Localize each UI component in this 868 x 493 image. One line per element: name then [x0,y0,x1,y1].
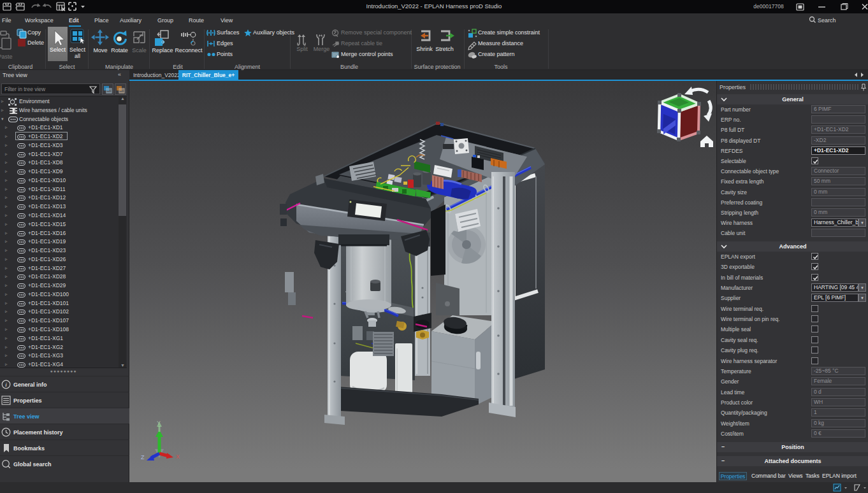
svg-text:i: i [5,382,7,388]
svg-text:Y: Y [157,420,161,426]
svg-text:Z: Z [141,454,145,461]
svg-text:X: X [176,454,180,460]
